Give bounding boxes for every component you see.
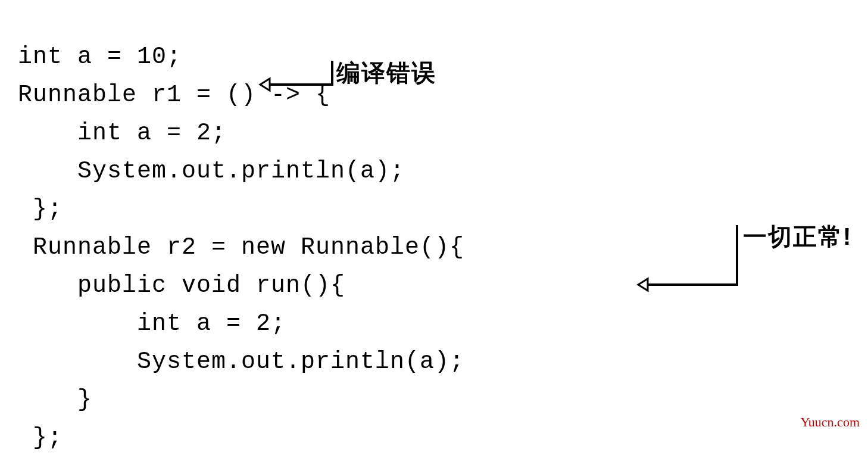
code-line-4: System.out.println(a); — [18, 158, 405, 185]
code-line-11: }; — [18, 425, 63, 451]
code-line-8: int a = 2; — [18, 310, 286, 337]
code-line-5: }; — [18, 196, 63, 223]
svg-marker-1 — [638, 279, 648, 291]
arrow-all-ok-icon — [636, 223, 742, 297]
annotation-compile-error: 编译错误 — [336, 57, 436, 89]
code-line-7: public void run(){ — [18, 272, 345, 299]
code-line-6: Runnable r2 = new Runnable(){ — [18, 234, 464, 261]
annotation-all-ok: 一切正常! — [743, 220, 852, 253]
code-line-10: } — [18, 387, 92, 413]
watermark: Yuucn.com — [800, 415, 860, 430]
code-line-9: System.out.println(a); — [18, 348, 464, 375]
svg-marker-0 — [260, 79, 270, 91]
code-line-3: int a = 2; — [18, 120, 226, 147]
arrow-compile-error-icon — [258, 59, 336, 96]
code-line-1: int a = 10; — [18, 43, 182, 70]
